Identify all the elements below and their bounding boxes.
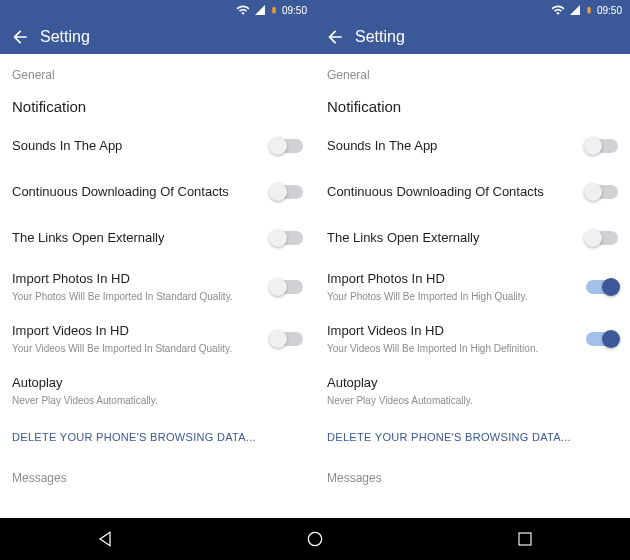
row-import-videos-sub: Your Videos Will Be Imported In High Def… — [327, 342, 576, 355]
row-links-title: The Links Open Externally — [327, 230, 576, 247]
row-autoplay-title: Autoplay — [327, 375, 608, 392]
delete-browsing-data-link[interactable]: DELETE YOUR PHONE'S BROWSING DATA... — [315, 417, 630, 457]
section-notification: Notification — [0, 86, 315, 123]
switch-sounds[interactable] — [271, 139, 303, 153]
app-bar: Setting — [0, 20, 315, 54]
switch-links[interactable] — [271, 231, 303, 245]
svg-point-0 — [308, 532, 321, 545]
row-autoplay-sub: Never Play Videos Automatically. — [12, 394, 293, 407]
row-autoplay-title: Autoplay — [12, 375, 293, 392]
battery-icon — [270, 3, 278, 17]
row-import-photos[interactable]: Import Photos In HD Your Photos Will Be … — [0, 261, 315, 313]
delete-browsing-data-link[interactable]: DELETE YOUR PHONE'S BROWSING DATA... — [0, 417, 315, 457]
row-links[interactable]: The Links Open Externally — [315, 215, 630, 261]
switch-import-videos[interactable] — [586, 332, 618, 346]
section-general: General — [315, 54, 630, 86]
switch-links[interactable] — [586, 231, 618, 245]
row-import-videos[interactable]: Import Videos In HD Your Videos Will Be … — [0, 313, 315, 365]
row-import-photos-sub: Your Photos Will Be Imported In High Qua… — [327, 290, 576, 303]
android-nav-bar — [0, 518, 630, 560]
row-import-videos[interactable]: Import Videos In HD Your Videos Will Be … — [315, 313, 630, 365]
status-time: 09:50 — [597, 5, 622, 16]
row-contacts[interactable]: Continuous Downloading Of Contacts — [315, 169, 630, 215]
wifi-icon — [551, 3, 565, 17]
row-import-videos-sub: Your Videos Will Be Imported In Standard… — [12, 342, 261, 355]
row-sounds[interactable]: Sounds In The App — [0, 123, 315, 169]
settings-content: General Notification Sounds In The App C… — [315, 54, 630, 518]
switch-import-photos[interactable] — [586, 280, 618, 294]
status-bar: 09:50 — [315, 0, 630, 20]
switch-sounds[interactable] — [586, 139, 618, 153]
wifi-icon — [236, 3, 250, 17]
app-bar-title: Setting — [40, 28, 90, 46]
app-bar: Setting — [315, 20, 630, 54]
row-import-photos[interactable]: Import Photos In HD Your Photos Will Be … — [315, 261, 630, 313]
row-sounds[interactable]: Sounds In The App — [315, 123, 630, 169]
row-contacts-title: Continuous Downloading Of Contacts — [12, 184, 261, 201]
app-bar-title: Setting — [355, 28, 405, 46]
row-autoplay-sub: Never Play Videos Automatically. — [327, 394, 608, 407]
switch-import-videos[interactable] — [271, 332, 303, 346]
screen-right: 09:50 Setting General Notification Sound… — [315, 0, 630, 518]
signal-icon — [569, 4, 581, 16]
nav-back-button[interactable] — [85, 519, 125, 559]
row-import-photos-title: Import Photos In HD — [327, 271, 576, 288]
row-contacts-title: Continuous Downloading Of Contacts — [327, 184, 576, 201]
row-autoplay[interactable]: Autoplay Never Play Videos Automatically… — [315, 365, 630, 417]
screen-left: 09:50 Setting General Notification Sound… — [0, 0, 315, 518]
row-import-photos-title: Import Photos In HD — [12, 271, 261, 288]
nav-home-button[interactable] — [295, 519, 335, 559]
section-messages: Messages — [0, 457, 315, 489]
back-icon[interactable] — [10, 27, 30, 47]
switch-contacts[interactable] — [271, 185, 303, 199]
section-messages: Messages — [315, 457, 630, 489]
svg-rect-1 — [519, 533, 531, 545]
battery-icon — [585, 3, 593, 17]
switch-import-photos[interactable] — [271, 280, 303, 294]
nav-recent-button[interactable] — [505, 519, 545, 559]
switch-contacts[interactable] — [586, 185, 618, 199]
status-time: 09:50 — [282, 5, 307, 16]
row-sounds-title: Sounds In The App — [12, 138, 261, 155]
section-general: General — [0, 54, 315, 86]
row-sounds-title: Sounds In The App — [327, 138, 576, 155]
row-links-title: The Links Open Externally — [12, 230, 261, 247]
signal-icon — [254, 4, 266, 16]
section-notification: Notification — [315, 86, 630, 123]
back-icon[interactable] — [325, 27, 345, 47]
row-import-videos-title: Import Videos In HD — [327, 323, 576, 340]
status-bar: 09:50 — [0, 0, 315, 20]
row-import-videos-title: Import Videos In HD — [12, 323, 261, 340]
row-links[interactable]: The Links Open Externally — [0, 215, 315, 261]
row-import-photos-sub: Your Photos Will Be Imported In Standard… — [12, 290, 261, 303]
settings-content: General Notification Sounds In The App C… — [0, 54, 315, 518]
row-autoplay[interactable]: Autoplay Never Play Videos Automatically… — [0, 365, 315, 417]
row-contacts[interactable]: Continuous Downloading Of Contacts — [0, 169, 315, 215]
